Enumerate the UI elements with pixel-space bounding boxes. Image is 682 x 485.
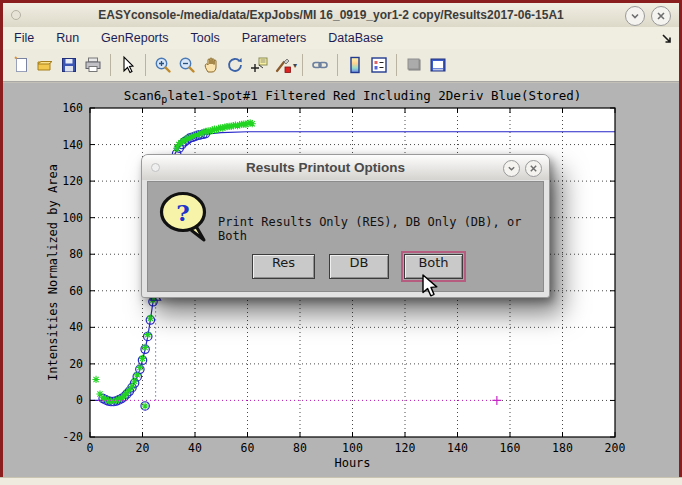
- dialog-body: ? Print Results Only (RES), DB Only (DB)…: [147, 181, 544, 292]
- title-bar[interactable]: EASYconsole-/media/data/ExpJobs/MI 16_09…: [3, 3, 679, 27]
- menu-item-genreports[interactable]: GenReports: [90, 29, 179, 47]
- toolbar-separator: [396, 54, 397, 76]
- brush-dropdown-caret-icon[interactable]: ▾: [293, 61, 297, 70]
- app-window: EASYconsole-/media/data/ExpJobs/MI 16_09…: [0, 0, 682, 485]
- colorbar-icon: [345, 55, 365, 75]
- window-menu-icon[interactable]: [11, 10, 21, 20]
- printer-icon: [83, 55, 103, 75]
- window-resize-bar[interactable]: [0, 477, 682, 485]
- svg-text:0: 0: [87, 441, 94, 455]
- rotate-3d-button[interactable]: [223, 53, 247, 77]
- zoom-out-icon: [177, 55, 197, 75]
- legend-icon: [369, 55, 389, 75]
- print-button[interactable]: [81, 53, 105, 77]
- link-chain-icon: [310, 55, 330, 75]
- window-title: EASYconsole-/media/data/ExpJobs/MI 16_09…: [43, 8, 619, 22]
- svg-text:120: 120: [395, 441, 416, 455]
- y-axis-label: Intensities Normalized by Area: [46, 164, 60, 381]
- svg-text:60: 60: [241, 441, 255, 455]
- pan-tool-button[interactable]: [199, 53, 223, 77]
- insert-colorbar-button[interactable]: [343, 53, 367, 77]
- mouse-cursor: [421, 274, 441, 302]
- save-button[interactable]: [57, 53, 81, 77]
- shade-window-button[interactable]: [625, 6, 645, 26]
- close-icon: [529, 164, 538, 173]
- svg-text:20: 20: [69, 357, 83, 371]
- dialog-button-res[interactable]: Res: [252, 254, 315, 279]
- dialog-title: Results Printout Options: [172, 160, 479, 175]
- chevron-down-icon: [507, 164, 516, 173]
- window-border-top: [0, 0, 682, 3]
- chevron-down-icon: [630, 11, 640, 21]
- toolbar: ▾: [3, 49, 679, 81]
- rotate-3d-icon: [225, 55, 245, 75]
- dialog-title-bar[interactable]: Results Printout Options: [142, 155, 549, 180]
- new-file-icon: [11, 55, 31, 75]
- brush-tool-button[interactable]: [271, 53, 295, 77]
- svg-text:160: 160: [62, 101, 83, 115]
- data-cursor-icon: [249, 55, 269, 75]
- dialog-message: Print Results Only (RES), DB Only (DB), …: [218, 215, 543, 243]
- figure-palette-button: [402, 53, 426, 77]
- menu-item-parameters[interactable]: Parameters: [231, 29, 318, 47]
- plot-title: Scan6plate1-Spot#1 Filtered Red Includin…: [124, 88, 582, 105]
- svg-text:80: 80: [69, 247, 83, 261]
- menu-item-database[interactable]: DataBase: [317, 29, 394, 47]
- svg-text:140: 140: [62, 138, 83, 152]
- figure-palette-icon: [404, 55, 424, 75]
- svg-text:120: 120: [62, 174, 83, 188]
- brush-icon: [273, 55, 293, 75]
- menu-item-tools[interactable]: Tools: [180, 29, 231, 47]
- save-floppy-icon: [59, 55, 79, 75]
- svg-text:60: 60: [69, 284, 83, 298]
- toolbar-separator: [110, 54, 111, 76]
- zoom-in-button[interactable]: [151, 53, 175, 77]
- dialog-close-button[interactable]: [525, 160, 542, 177]
- data-cursor-button[interactable]: [247, 53, 271, 77]
- svg-text:200: 200: [605, 441, 626, 455]
- zoom-out-button[interactable]: [175, 53, 199, 77]
- toolbar-divider: [3, 81, 679, 83]
- x-axis-label: Hours: [334, 456, 370, 470]
- results-printout-dialog: Results Printout Options ? Print Results…: [141, 154, 550, 298]
- open-file-button[interactable]: [33, 53, 57, 77]
- menu-item-run[interactable]: Run: [45, 29, 90, 47]
- svg-text:40: 40: [69, 320, 83, 334]
- menu-items: FileRunGenReportsToolsParametersDataBase: [3, 29, 394, 47]
- svg-text:20: 20: [136, 441, 150, 455]
- dock-figure-button[interactable]: [426, 53, 450, 77]
- toolbar-separator: [337, 54, 338, 76]
- link-plots-button[interactable]: [308, 53, 332, 77]
- window-border-left: [0, 0, 3, 478]
- svg-text:160: 160: [500, 441, 521, 455]
- pointer-tool-button[interactable]: [116, 53, 140, 77]
- dialog-button-db[interactable]: DB: [329, 254, 389, 279]
- pointer-arrow-icon: [118, 55, 138, 75]
- new-file-button[interactable]: [9, 53, 33, 77]
- close-window-button[interactable]: [651, 6, 671, 26]
- menu-overflow-arrow-icon[interactable]: [661, 31, 673, 49]
- pan-hand-icon: [201, 55, 221, 75]
- svg-text:0: 0: [76, 393, 83, 407]
- menu-bar: FileRunGenReportsToolsParametersDataBase: [3, 27, 679, 50]
- toolbar-separator: [302, 54, 303, 76]
- close-icon: [656, 11, 666, 21]
- svg-text:100: 100: [342, 441, 363, 455]
- svg-text:80: 80: [293, 441, 307, 455]
- dialog-shade-button[interactable]: [503, 160, 520, 177]
- svg-text:140: 140: [447, 441, 468, 455]
- svg-text:100: 100: [62, 211, 83, 225]
- menu-item-file[interactable]: File: [3, 29, 45, 47]
- question-bubble-icon: ?: [158, 190, 210, 248]
- zoom-in-icon: [153, 55, 173, 75]
- svg-text:40: 40: [188, 441, 202, 455]
- insert-legend-button[interactable]: [367, 53, 391, 77]
- svg-text:-20: -20: [62, 430, 83, 444]
- dock-figure-icon: [428, 55, 448, 75]
- question-glyph: ?: [176, 199, 189, 226]
- svg-text:180: 180: [552, 441, 573, 455]
- dialog-menu-icon: [151, 163, 160, 172]
- open-folder-icon: [35, 55, 55, 75]
- toolbar-separator: [145, 54, 146, 76]
